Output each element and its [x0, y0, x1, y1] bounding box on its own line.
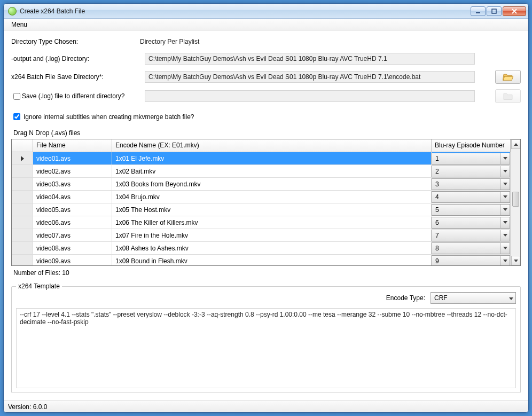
row-handle[interactable] — [12, 178, 33, 190]
browse-save-dir-button[interactable] — [495, 70, 521, 84]
table-row[interactable]: video04.avs1x04 Brujo.mkv4 — [12, 191, 511, 203]
ignore-subs-label: Ignore internal subtitles when creating … — [24, 113, 194, 121]
grid-header: File Name Encode Name (EX: E01.mkv) Blu-… — [12, 139, 511, 152]
encode-type-select[interactable]: CRF — [431, 292, 516, 304]
x264-template-text[interactable]: --crf 17 --level 4.1 --stats ".stats" --… — [16, 308, 516, 388]
cell-episode[interactable]: 9 — [432, 255, 511, 265]
row-handle[interactable] — [12, 165, 33, 177]
table-row[interactable]: video06.avs1x06 The Killer of Killers.mk… — [12, 216, 511, 229]
cell-encode[interactable]: 1x02 Bait.mkv — [112, 165, 432, 177]
chevron-down-icon — [500, 166, 510, 177]
chevron-down-icon — [500, 243, 510, 254]
cell-encode[interactable]: 1x09 Bound in Flesh.mkv — [112, 255, 432, 265]
grid-header-episode[interactable]: Blu-ray Episode Number — [432, 139, 511, 152]
scroll-track[interactable] — [511, 149, 520, 256]
grid-scrollbar[interactable] — [511, 139, 520, 265]
episode-select[interactable]: 1 — [432, 153, 510, 164]
cell-file[interactable]: video03.avs — [33, 178, 112, 190]
dir-type-label: Directory Type Chosen: — [11, 38, 139, 45]
episode-select[interactable]: 7 — [432, 230, 510, 241]
save-log-checkbox-row[interactable]: Save (.log) file to different directory? — [11, 91, 139, 101]
save-dir-field[interactable]: C:\temp\My BatchGuy Demos\Ash vs Evil De… — [145, 71, 475, 83]
row-handle[interactable] — [12, 203, 33, 216]
grid-header-encode[interactable]: Encode Name (EX: E01.mkv) — [112, 139, 432, 152]
cell-file[interactable]: video07.avs — [33, 229, 112, 241]
cell-file[interactable]: video09.avs — [33, 255, 112, 265]
app-window: Create x264 Batch File Menu Directory Ty… — [3, 3, 529, 413]
table-row[interactable]: video09.avs1x09 Bound in Flesh.mkv9 — [12, 255, 511, 265]
episode-value: 2 — [432, 168, 500, 175]
cell-encode[interactable]: 1x07 Fire in the Hole.mkv — [112, 229, 432, 241]
row-handle[interactable] — [12, 255, 33, 265]
maximize-button[interactable] — [487, 6, 502, 16]
chevron-down-icon — [500, 205, 510, 215]
client-area: Directory Type Chosen: Directory Per Pla… — [4, 30, 528, 401]
row-handle[interactable] — [12, 216, 33, 229]
titlebar[interactable]: Create x264 Batch File — [4, 4, 528, 19]
episode-value: 7 — [432, 232, 500, 239]
row-handle[interactable] — [12, 242, 33, 254]
cell-encode[interactable]: 1x04 Brujo.mkv — [112, 191, 432, 203]
episode-select[interactable]: 8 — [432, 242, 510, 254]
chevron-down-icon — [500, 192, 510, 202]
table-row[interactable]: video07.avs1x07 Fire in the Hole.mkv7 — [12, 229, 511, 242]
table-row[interactable]: video05.avs1x05 The Host.mkv5 — [12, 203, 511, 216]
cell-file[interactable]: video05.avs — [33, 203, 112, 216]
close-button[interactable] — [503, 6, 526, 16]
output-dir-field[interactable]: C:\temp\My BatchGuy Demos\Ash vs Evil De… — [145, 53, 475, 65]
row-handle[interactable] — [12, 152, 33, 164]
table-row[interactable]: video08.avs1x08 Ashes to Ashes.mkv8 — [12, 242, 511, 255]
episode-select[interactable]: 6 — [432, 217, 510, 229]
cell-file[interactable]: video02.avs — [33, 165, 112, 177]
episode-select[interactable]: 5 — [432, 204, 510, 216]
cell-file[interactable]: video04.avs — [33, 191, 112, 203]
cell-episode[interactable]: 1 — [432, 152, 511, 164]
cell-file[interactable]: video08.avs — [33, 242, 112, 254]
grid-header-file[interactable]: File Name — [33, 139, 112, 152]
episode-value: 4 — [432, 193, 500, 201]
episode-select[interactable]: 4 — [432, 191, 510, 203]
chevron-down-icon — [500, 230, 510, 241]
scroll-up-button[interactable] — [511, 139, 520, 149]
cell-episode[interactable]: 2 — [432, 165, 511, 177]
cell-encode[interactable]: 1x05 The Host.mkv — [112, 203, 432, 216]
scroll-down-button[interactable] — [511, 256, 520, 265]
row-handle[interactable] — [12, 191, 33, 203]
cell-episode[interactable]: 4 — [432, 191, 511, 203]
ignore-subs-checkbox[interactable] — [13, 113, 20, 120]
cell-encode[interactable]: 1x03 Books from Beyond.mkv — [112, 178, 432, 190]
save-log-checkbox[interactable] — [13, 93, 20, 100]
chevron-down-icon — [500, 153, 510, 164]
table-row[interactable]: video01.avs1x01 El Jefe.mkv1 — [12, 152, 511, 165]
svg-rect-0 — [476, 12, 480, 13]
episode-value: 1 — [432, 155, 500, 162]
chevron-down-icon — [509, 294, 513, 302]
grid-header-handle[interactable] — [12, 139, 33, 152]
episode-value: 5 — [432, 206, 500, 214]
cell-episode[interactable]: 6 — [432, 216, 511, 229]
cell-episode[interactable]: 8 — [432, 242, 511, 254]
row-handle[interactable] — [12, 229, 33, 241]
cell-episode[interactable]: 5 — [432, 203, 511, 216]
episode-select[interactable]: 3 — [432, 178, 510, 190]
cell-file[interactable]: video06.avs — [33, 216, 112, 229]
files-grid[interactable]: File Name Encode Name (EX: E01.mkv) Blu-… — [11, 139, 521, 266]
cell-encode[interactable]: 1x08 Ashes to Ashes.mkv — [112, 242, 432, 254]
encode-type-label: Encode Type: — [386, 294, 425, 302]
table-row[interactable]: video03.avs1x03 Books from Beyond.mkv3 — [12, 178, 511, 191]
encode-type-value: CRF — [434, 294, 448, 302]
cell-file[interactable]: video01.avs — [33, 152, 112, 164]
scroll-thumb[interactable] — [512, 192, 519, 207]
file-count-label: Number of Files: 10 — [13, 269, 521, 277]
episode-value: 3 — [432, 180, 500, 188]
table-row[interactable]: video02.avs1x02 Bait.mkv2 — [12, 165, 511, 178]
episode-select[interactable]: 2 — [432, 166, 510, 177]
menu-main[interactable]: Menu — [7, 20, 32, 29]
episode-select[interactable]: 9 — [432, 255, 510, 266]
x264-template-group: x264 Template Encode Type: CRF --crf 17 … — [11, 286, 521, 393]
cell-encode[interactable]: 1x01 El Jefe.mkv — [112, 152, 432, 164]
cell-episode[interactable]: 7 — [432, 229, 511, 241]
minimize-button[interactable] — [471, 6, 486, 16]
cell-episode[interactable]: 3 — [432, 178, 511, 190]
cell-encode[interactable]: 1x06 The Killer of Killers.mkv — [112, 216, 432, 229]
